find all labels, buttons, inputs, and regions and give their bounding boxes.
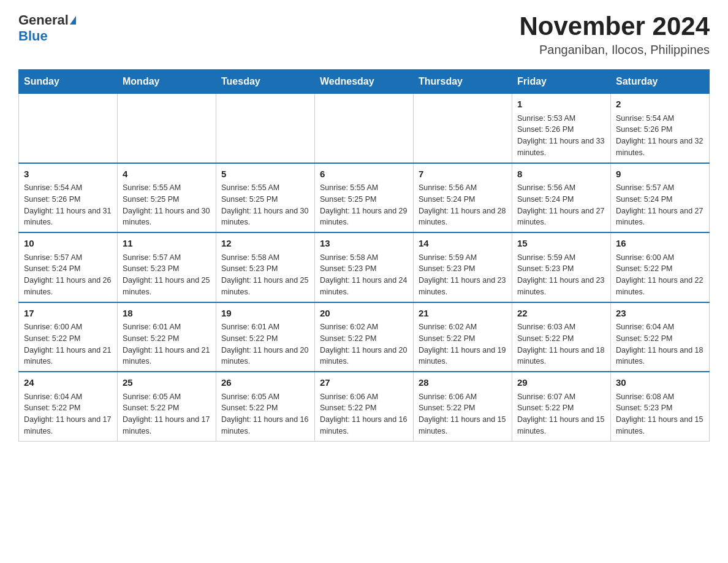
page-subtitle: Panganiban, Ilocos, Philippines [519, 43, 710, 57]
table-row: 12Sunrise: 5:58 AM Sunset: 5:23 PM Dayli… [216, 232, 315, 302]
table-row: 29Sunrise: 6:07 AM Sunset: 5:22 PM Dayli… [512, 372, 611, 441]
table-row: 8Sunrise: 5:56 AM Sunset: 5:24 PM Daylig… [512, 163, 611, 233]
table-row: 13Sunrise: 5:58 AM Sunset: 5:23 PM Dayli… [315, 232, 414, 302]
day-number: 26 [221, 376, 309, 390]
day-info: Sunrise: 5:55 AM Sunset: 5:25 PM Dayligh… [221, 182, 309, 228]
day-info: Sunrise: 5:57 AM Sunset: 5:24 PM Dayligh… [24, 252, 112, 298]
day-number: 28 [419, 376, 507, 390]
title-area: November 2024 Panganiban, Ilocos, Philip… [519, 12, 710, 57]
table-row: 15Sunrise: 5:59 AM Sunset: 5:23 PM Dayli… [512, 232, 611, 302]
day-info: Sunrise: 5:55 AM Sunset: 5:25 PM Dayligh… [320, 182, 408, 228]
day-info: Sunrise: 6:04 AM Sunset: 5:22 PM Dayligh… [24, 391, 112, 437]
day-number: 10 [24, 237, 112, 251]
day-number: 19 [221, 307, 309, 321]
day-number: 21 [419, 307, 507, 321]
day-info: Sunrise: 6:08 AM Sunset: 5:23 PM Dayligh… [616, 391, 704, 437]
calendar-week-row: 1Sunrise: 5:53 AM Sunset: 5:26 PM Daylig… [19, 94, 710, 163]
logo-blue-text: Blue [18, 28, 48, 44]
day-number: 3 [24, 167, 112, 182]
day-info: Sunrise: 5:56 AM Sunset: 5:24 PM Dayligh… [419, 182, 507, 228]
table-row: 16Sunrise: 6:00 AM Sunset: 5:22 PM Dayli… [611, 232, 710, 302]
day-info: Sunrise: 5:59 AM Sunset: 5:23 PM Dayligh… [517, 252, 605, 298]
table-row: 22Sunrise: 6:03 AM Sunset: 5:22 PM Dayli… [512, 302, 611, 372]
day-number: 8 [517, 167, 605, 182]
table-row: 6Sunrise: 5:55 AM Sunset: 5:25 PM Daylig… [315, 163, 414, 233]
col-friday: Friday [512, 70, 611, 94]
table-row: 11Sunrise: 5:57 AM Sunset: 5:23 PM Dayli… [118, 232, 216, 302]
day-info: Sunrise: 5:56 AM Sunset: 5:24 PM Dayligh… [517, 182, 605, 228]
day-number: 1 [517, 98, 605, 112]
day-number: 17 [24, 307, 112, 321]
table-row: 24Sunrise: 6:04 AM Sunset: 5:22 PM Dayli… [19, 372, 118, 441]
calendar-week-row: 17Sunrise: 6:00 AM Sunset: 5:22 PM Dayli… [19, 302, 710, 372]
day-number: 27 [320, 376, 408, 390]
table-row: 30Sunrise: 6:08 AM Sunset: 5:23 PM Dayli… [611, 372, 710, 441]
table-row: 21Sunrise: 6:02 AM Sunset: 5:22 PM Dayli… [414, 302, 512, 372]
day-number: 4 [123, 167, 211, 182]
day-info: Sunrise: 5:54 AM Sunset: 5:26 PM Dayligh… [24, 182, 112, 228]
day-info: Sunrise: 6:01 AM Sunset: 5:22 PM Dayligh… [123, 321, 211, 367]
day-number: 22 [517, 307, 605, 321]
page-header: General Blue November 2024 Panganiban, I… [18, 12, 710, 57]
page-title: November 2024 [519, 12, 710, 40]
table-row: 5Sunrise: 5:55 AM Sunset: 5:25 PM Daylig… [216, 163, 315, 233]
table-row: 18Sunrise: 6:01 AM Sunset: 5:22 PM Dayli… [118, 302, 216, 372]
day-number: 29 [517, 376, 605, 390]
table-row: 20Sunrise: 6:02 AM Sunset: 5:22 PM Dayli… [315, 302, 414, 372]
day-info: Sunrise: 6:01 AM Sunset: 5:22 PM Dayligh… [221, 321, 309, 367]
day-number: 15 [517, 237, 605, 251]
logo: General Blue [18, 12, 76, 44]
day-number: 2 [616, 98, 704, 112]
logo-triangle-icon [70, 16, 76, 25]
calendar-week-row: 3Sunrise: 5:54 AM Sunset: 5:26 PM Daylig… [19, 163, 710, 233]
calendar-table: Sunday Monday Tuesday Wednesday Thursday… [18, 69, 710, 442]
day-number: 12 [221, 237, 309, 251]
day-info: Sunrise: 5:58 AM Sunset: 5:23 PM Dayligh… [221, 252, 309, 298]
day-info: Sunrise: 6:06 AM Sunset: 5:22 PM Dayligh… [419, 391, 507, 437]
day-number: 9 [616, 167, 704, 182]
day-info: Sunrise: 6:00 AM Sunset: 5:22 PM Dayligh… [24, 321, 112, 367]
day-number: 11 [123, 237, 211, 251]
day-number: 25 [123, 376, 211, 390]
table-row: 26Sunrise: 6:05 AM Sunset: 5:22 PM Dayli… [216, 372, 315, 441]
table-row: 14Sunrise: 5:59 AM Sunset: 5:23 PM Dayli… [414, 232, 512, 302]
day-info: Sunrise: 6:02 AM Sunset: 5:22 PM Dayligh… [320, 321, 408, 367]
table-row [414, 94, 512, 163]
day-info: Sunrise: 5:58 AM Sunset: 5:23 PM Dayligh… [320, 252, 408, 298]
col-wednesday: Wednesday [315, 70, 414, 94]
day-info: Sunrise: 6:04 AM Sunset: 5:22 PM Dayligh… [616, 321, 704, 367]
table-row: 10Sunrise: 5:57 AM Sunset: 5:24 PM Dayli… [19, 232, 118, 302]
col-monday: Monday [118, 70, 216, 94]
day-info: Sunrise: 5:55 AM Sunset: 5:25 PM Dayligh… [123, 182, 211, 228]
calendar-week-row: 10Sunrise: 5:57 AM Sunset: 5:24 PM Dayli… [19, 232, 710, 302]
day-info: Sunrise: 6:05 AM Sunset: 5:22 PM Dayligh… [123, 391, 211, 437]
day-info: Sunrise: 6:00 AM Sunset: 5:22 PM Dayligh… [616, 252, 704, 298]
col-sunday: Sunday [19, 70, 118, 94]
day-number: 6 [320, 167, 408, 182]
table-row: 1Sunrise: 5:53 AM Sunset: 5:26 PM Daylig… [512, 94, 611, 163]
table-row [19, 94, 118, 163]
table-row: 27Sunrise: 6:06 AM Sunset: 5:22 PM Dayli… [315, 372, 414, 441]
calendar-week-row: 24Sunrise: 6:04 AM Sunset: 5:22 PM Dayli… [19, 372, 710, 441]
day-info: Sunrise: 6:03 AM Sunset: 5:22 PM Dayligh… [517, 321, 605, 367]
table-row: 17Sunrise: 6:00 AM Sunset: 5:22 PM Dayli… [19, 302, 118, 372]
table-row: 28Sunrise: 6:06 AM Sunset: 5:22 PM Dayli… [414, 372, 512, 441]
day-number: 13 [320, 237, 408, 251]
table-row [216, 94, 315, 163]
day-info: Sunrise: 5:57 AM Sunset: 5:23 PM Dayligh… [123, 252, 211, 298]
day-number: 7 [419, 167, 507, 182]
logo-general-text: General [18, 12, 69, 28]
day-info: Sunrise: 6:02 AM Sunset: 5:22 PM Dayligh… [419, 321, 507, 367]
day-info: Sunrise: 5:57 AM Sunset: 5:24 PM Dayligh… [616, 182, 704, 228]
table-row [315, 94, 414, 163]
table-row: 4Sunrise: 5:55 AM Sunset: 5:25 PM Daylig… [118, 163, 216, 233]
table-row: 19Sunrise: 6:01 AM Sunset: 5:22 PM Dayli… [216, 302, 315, 372]
day-number: 16 [616, 237, 704, 251]
table-row: 23Sunrise: 6:04 AM Sunset: 5:22 PM Dayli… [611, 302, 710, 372]
day-info: Sunrise: 5:59 AM Sunset: 5:23 PM Dayligh… [419, 252, 507, 298]
day-number: 20 [320, 307, 408, 321]
calendar-header-row: Sunday Monday Tuesday Wednesday Thursday… [19, 70, 710, 94]
table-row: 9Sunrise: 5:57 AM Sunset: 5:24 PM Daylig… [611, 163, 710, 233]
day-info: Sunrise: 6:07 AM Sunset: 5:22 PM Dayligh… [517, 391, 605, 437]
table-row: 25Sunrise: 6:05 AM Sunset: 5:22 PM Dayli… [118, 372, 216, 441]
